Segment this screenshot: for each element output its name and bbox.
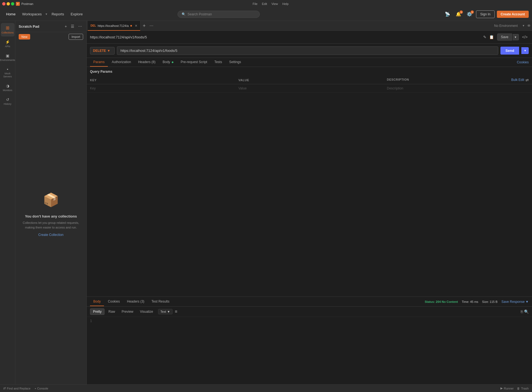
empty-description: Collections let you group related reques… — [21, 221, 81, 230]
menu-file[interactable]: File — [253, 2, 258, 5]
signin-button[interactable]: Sign In — [476, 10, 494, 18]
save-button[interactable]: Save — [497, 33, 512, 41]
monitors-label: Monitors — [3, 89, 12, 92]
add-tab-btn[interactable]: + — [140, 21, 148, 31]
sidebar-item-monitors[interactable]: ◑ Monitors — [1, 81, 15, 94]
tab-tests[interactable]: Tests — [211, 58, 225, 67]
query-params-area: Query Params KEY VALUE DESCRIPTION — [87, 67, 532, 297]
nav-reports[interactable]: Reports — [49, 10, 67, 18]
content-area: ⊞ Collections ⚡ APIs ▣ Environments ▪ Mo… — [0, 21, 532, 384]
view-visualize[interactable]: Visualize — [137, 309, 156, 315]
cookies-link[interactable]: Cookies — [517, 60, 529, 64]
tab-more-btn[interactable]: ⋯ — [148, 24, 155, 28]
menu-view[interactable]: View — [271, 2, 278, 5]
notification-badge: 1 — [460, 10, 463, 14]
method-select[interactable]: DELETE ▼ — [90, 47, 115, 55]
resp-tab-cookies[interactable]: Cookies — [105, 297, 123, 306]
copy-response-btn[interactable]: ⎘ — [521, 309, 523, 314]
no-environment-label: No Environment — [492, 24, 520, 28]
monitors-icon: ◑ — [6, 84, 9, 88]
search-response-btn[interactable]: 🔍 — [524, 309, 529, 314]
import-btn[interactable]: Import — [69, 34, 83, 40]
sidebar-item-history[interactable]: ↺ History — [1, 95, 15, 108]
send-dropdown-btn[interactable]: ▼ — [521, 47, 529, 54]
minimize-button[interactable] — [7, 2, 10, 5]
tab-body[interactable]: Body — [159, 58, 177, 67]
send-button[interactable]: Send — [500, 47, 519, 55]
save-dropdown-btn[interactable]: ▼ — [513, 34, 519, 40]
new-btn[interactable]: New — [19, 34, 30, 40]
view-pretty[interactable]: Pretty — [90, 308, 105, 315]
body-active-dot — [172, 61, 173, 63]
edit-icon-btn[interactable]: ✎ — [482, 34, 488, 40]
settings-btn[interactable]: ⚙️ 1 — [465, 10, 474, 18]
resp-tab-headers[interactable]: Headers (3) — [124, 297, 148, 306]
sidebar-item-apis[interactable]: ⚡ APIs — [1, 38, 15, 50]
satellite-icon-btn[interactable]: 📡 — [443, 10, 452, 18]
value-cell — [235, 84, 384, 93]
trash-btn[interactable]: 🗑 Trash — [517, 387, 529, 390]
menu-help[interactable]: Help — [282, 2, 289, 5]
tab-pre-request[interactable]: Pre-request Script — [177, 58, 210, 67]
nav-workspaces-btn[interactable]: Workspaces — [19, 10, 44, 18]
maximize-button[interactable] — [11, 2, 14, 5]
search-bar[interactable]: 🔍 Search Postman — [178, 11, 260, 18]
filter-btn[interactable]: ☰ — [70, 24, 75, 29]
active-tab[interactable]: DEL https://localhost:7124/a ✕ — [88, 21, 140, 31]
panel-sub-header: New Import — [15, 32, 86, 41]
nav-workspaces: Workspaces ▼ — [19, 10, 48, 18]
description-input[interactable] — [387, 86, 529, 90]
app-logo: P — [16, 2, 20, 6]
save-response-btn[interactable]: Save Response ▼ — [501, 300, 529, 304]
view-raw[interactable]: Raw — [106, 309, 118, 315]
resp-tab-test-results[interactable]: Test Results — [148, 297, 173, 306]
tab-settings[interactable]: Settings — [226, 58, 244, 67]
tab-authorization[interactable]: Authorization — [108, 58, 134, 67]
empty-illustration: 📦 — [40, 189, 62, 211]
menu-edit[interactable]: Edit — [262, 2, 267, 5]
value-input[interactable] — [238, 86, 380, 90]
tab-close-btn[interactable]: ✕ — [135, 24, 137, 28]
menu-bar: File Edit View Help — [253, 2, 289, 5]
table-row — [87, 84, 532, 93]
doc-icon-btn[interactable]: 📋 — [488, 34, 495, 40]
tab-headers[interactable]: Headers (8) — [135, 58, 159, 67]
request-url-display: https://localhost:7124/api/v1/foods/5 — [90, 35, 480, 39]
console-btn[interactable]: ▪ Console — [35, 387, 48, 390]
workspaces-arrow: ▼ — [45, 13, 48, 16]
view-preview[interactable]: Preview — [119, 309, 136, 315]
more-btn[interactable]: ⋯ — [77, 24, 83, 29]
find-replace-btn[interactable]: ⇄ Find and Replace — [3, 387, 30, 390]
illustration-figure: 📦 — [40, 189, 62, 211]
mock-servers-label: Mock Servers — [2, 72, 13, 78]
environment-arrow[interactable]: ▼ — [522, 24, 525, 27]
url-input[interactable] — [117, 46, 498, 55]
wrap-btn[interactable]: ≡ — [175, 309, 177, 314]
close-button[interactable] — [2, 2, 5, 5]
sidebar-item-collections[interactable]: ⊞ Collections — [1, 23, 15, 36]
format-select[interactable]: Text ▼ — [158, 309, 173, 314]
bottom-right: ▶ Runner 🗑 Trash — [500, 387, 529, 390]
new-collection-btn[interactable]: + — [64, 24, 68, 29]
code-icon-btn[interactable]: </> — [521, 34, 529, 40]
nav-home[interactable]: Home — [3, 10, 18, 18]
create-collection-link[interactable]: Create Collection — [38, 233, 63, 237]
runner-btn[interactable]: ▶ Runner — [500, 387, 514, 390]
sidebar-item-mock-servers[interactable]: ▪ Mock Servers — [1, 65, 15, 80]
nav-explore[interactable]: Explore — [68, 10, 85, 18]
tab-params[interactable]: Params — [90, 58, 108, 67]
notifications-btn[interactable]: 🔔 1 — [454, 10, 463, 18]
tab-modified-dot — [130, 25, 132, 27]
collections-label: Collections — [1, 31, 13, 34]
bulk-edit-btn[interactable]: Bulk Edit — [511, 78, 524, 82]
top-navigation: Home Workspaces ▼ Reports Explore 🔍 Sear… — [0, 8, 532, 21]
apis-icon: ⚡ — [5, 40, 10, 44]
environment-eye-btn[interactable]: 👁 — [527, 24, 531, 28]
key-input[interactable] — [90, 86, 232, 90]
create-account-button[interactable]: Create Account — [497, 11, 529, 18]
find-replace-icon: ⇄ — [3, 387, 6, 390]
environments-label: Environments — [0, 59, 15, 62]
resp-tab-body[interactable]: Body — [90, 297, 104, 306]
response-viewer-tabs: Pretty Raw Preview Visualize Text ▼ ≡ ⎘ … — [87, 307, 532, 317]
sidebar-item-environments[interactable]: ▣ Environments — [1, 51, 15, 64]
